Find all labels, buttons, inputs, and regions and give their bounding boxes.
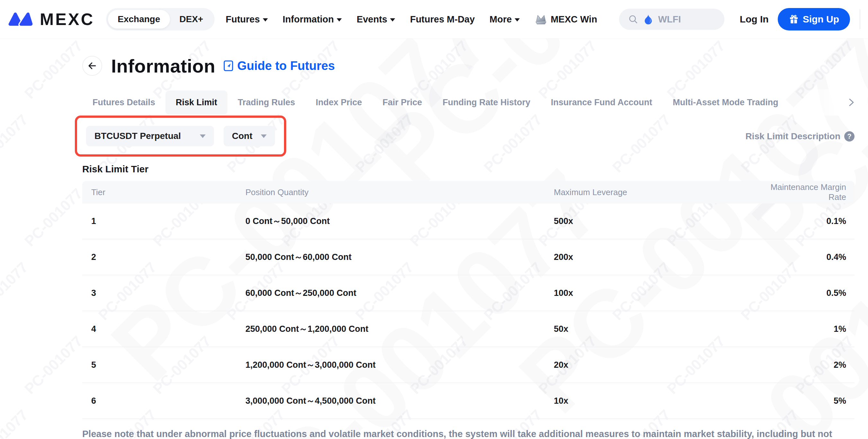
tab-fair-price[interactable]: Fair Price <box>372 91 432 114</box>
table-row: 5 1,200,000 Cont～3,000,000 Cont 20x 2% <box>82 347 855 383</box>
column-header-maximum-leverage: Maximum Leverage <box>554 188 766 197</box>
trending-flame-icon <box>644 14 653 25</box>
information-page: Information Guide to Futures Futures Det… <box>0 52 868 439</box>
top-navigation-bar: MEXC Exchange DEX+ Futures Information E… <box>0 0 868 38</box>
table-row: 6 3,000,000 Cont～4,500,000 Cont 10x 5% <box>82 383 855 419</box>
gift-icon <box>789 14 799 24</box>
tabs-scroll-right-chevron-icon[interactable] <box>847 98 856 107</box>
cell-position-quantity: 60,000 Cont～250,000 Cont <box>245 287 554 299</box>
tab-trading-rules[interactable]: Trading Rules <box>227 91 306 114</box>
mexc-win-badge-icon <box>534 13 548 26</box>
contract-select[interactable]: BTCUSDT Perpetual <box>86 126 214 146</box>
chevron-down-icon <box>261 134 267 138</box>
nav-information[interactable]: Information <box>283 14 342 25</box>
page-title: Information <box>111 55 215 77</box>
tab-insurance-fund-account[interactable]: Insurance Fund Account <box>541 91 663 114</box>
risk-limit-description-link[interactable]: Risk Limit Description ? <box>745 131 855 141</box>
chevron-down-icon <box>390 18 395 22</box>
column-header-maintenance-margin-rate: Maintenance Margin Rate <box>766 182 846 202</box>
main-nav: Futures Information Events Futures M-Day… <box>225 13 597 26</box>
table-row: 1 0 Cont～50,000 Cont 500x 0.1% <box>82 203 855 239</box>
cell-position-quantity: 50,000 Cont～60,000 Cont <box>245 251 554 263</box>
chevron-down-icon <box>263 18 268 22</box>
chevron-down-icon <box>515 18 520 22</box>
contract-selector-band: BTCUSDT Perpetual Cont Risk Limit Descri… <box>82 115 855 157</box>
nav-futures[interactable]: Futures <box>225 14 268 25</box>
toggle-exchange[interactable]: Exchange <box>108 10 169 29</box>
guide-book-icon <box>222 60 235 72</box>
cell-maintenance-margin-rate: 0.5% <box>766 288 846 298</box>
mexc-logo-icon <box>7 9 35 29</box>
cell-tier: 1 <box>91 216 245 226</box>
column-header-position-quantity: Position Quantity <box>245 188 554 197</box>
cell-maximum-leverage: 500x <box>554 216 766 226</box>
risk-limit-table: Tier Position Quantity Maximum Leverage … <box>82 181 855 419</box>
chevron-down-icon <box>337 18 342 22</box>
highlight-annotation-box: BTCUSDT Perpetual Cont <box>75 115 286 157</box>
search-input[interactable] <box>658 14 706 25</box>
toggle-dex[interactable]: DEX+ <box>170 10 213 29</box>
cell-maximum-leverage: 50x <box>554 324 766 334</box>
cell-tier: 3 <box>91 288 245 298</box>
cell-maintenance-margin-rate: 2% <box>766 360 846 370</box>
tab-index-price[interactable]: Index Price <box>306 91 372 114</box>
search-box[interactable] <box>619 9 724 30</box>
cell-maintenance-margin-rate: 5% <box>766 396 846 406</box>
cell-maintenance-margin-rate: 0.4% <box>766 252 846 262</box>
cell-maximum-leverage: 100x <box>554 288 766 298</box>
back-button[interactable] <box>82 56 102 76</box>
section-title: Risk Limit Tier <box>82 164 855 175</box>
mexc-logo[interactable]: MEXC <box>7 9 94 29</box>
nav-futures-mday[interactable]: Futures M-Day <box>410 14 474 25</box>
cell-position-quantity: 250,000 Cont～1,200,000 Cont <box>245 323 554 335</box>
search-icon <box>628 14 638 24</box>
tab-multi-asset-mode-trading[interactable]: Multi-Asset Mode Trading <box>662 91 789 114</box>
cell-position-quantity: 1,200,000 Cont～3,000,000 Cont <box>245 359 554 371</box>
cell-tier: 4 <box>91 324 245 334</box>
cell-position-quantity: 3,000,000 Cont～4,500,000 Cont <box>245 395 554 407</box>
login-button[interactable]: Log In <box>740 14 769 25</box>
help-question-icon[interactable]: ? <box>844 131 855 141</box>
table-header-row: Tier Position Quantity Maximum Leverage … <box>82 181 855 203</box>
chevron-down-icon <box>200 134 206 138</box>
nav-mexc-win[interactable]: MEXC Win <box>534 13 597 26</box>
header-divider <box>860 9 860 29</box>
cell-position-quantity: 0 Cont～50,000 Cont <box>245 215 554 227</box>
tab-futures-details[interactable]: Futures Details <box>82 91 165 114</box>
cell-maintenance-margin-rate: 0.1% <box>766 216 846 226</box>
cell-maximum-leverage: 200x <box>554 252 766 262</box>
page-title-row: Information Guide to Futures <box>82 52 855 80</box>
tab-funding-rate-history[interactable]: Funding Rate History <box>432 91 541 114</box>
cell-maximum-leverage: 10x <box>554 396 766 406</box>
cell-tier: 2 <box>91 252 245 262</box>
cell-maintenance-margin-rate: 1% <box>766 324 846 334</box>
nav-events[interactable]: Events <box>356 14 395 25</box>
tabs-fade-overlay <box>804 89 845 115</box>
arrow-left-icon <box>87 61 97 71</box>
mexc-logo-text: MEXC <box>40 10 94 29</box>
market-stability-note: Please note that under abnormal price fl… <box>82 429 855 439</box>
tab-risk-limit[interactable]: Risk Limit <box>165 91 227 114</box>
column-header-tier: Tier <box>91 188 245 197</box>
table-row: 4 250,000 Cont～1,200,000 Cont 50x 1% <box>82 311 855 347</box>
table-row: 3 60,000 Cont～250,000 Cont 100x 0.5% <box>82 275 855 311</box>
cell-maximum-leverage: 20x <box>554 360 766 370</box>
signup-button[interactable]: Sign Up <box>778 8 850 31</box>
table-row: 2 50,000 Cont～60,000 Cont 200x 0.4% <box>82 239 855 275</box>
cell-tier: 5 <box>91 360 245 370</box>
guide-to-futures-link[interactable]: Guide to Futures <box>222 59 335 73</box>
nav-more[interactable]: More <box>490 14 520 25</box>
cell-tier: 6 <box>91 396 245 406</box>
unit-select[interactable]: Cont <box>224 126 275 146</box>
information-tabs: Futures Details Risk Limit Trading Rules… <box>82 89 855 115</box>
exchange-dex-toggle: Exchange DEX+ <box>106 8 215 31</box>
